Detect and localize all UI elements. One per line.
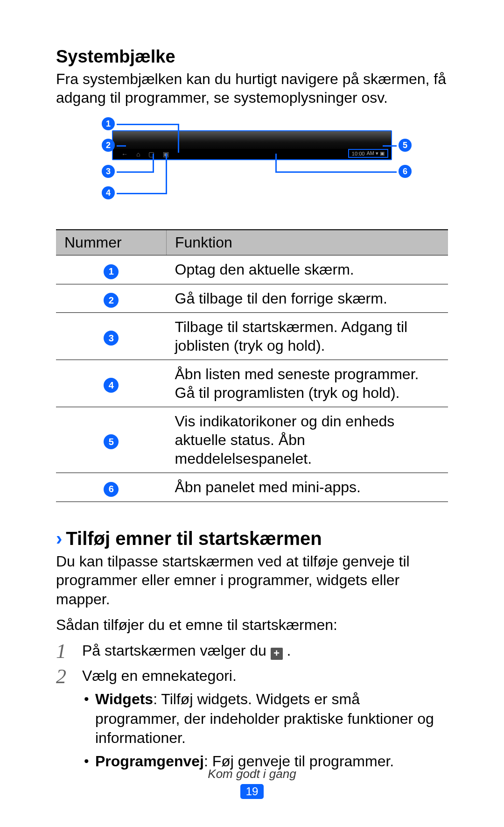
callout-4: 4	[102, 186, 115, 199]
step1-text-post: .	[287, 642, 291, 659]
table-row: 6 Åbn panelet med mini-apps.	[56, 473, 448, 502]
plus-icon: +	[271, 648, 283, 660]
table-header-row: Nummer Funktion	[56, 230, 448, 255]
page-number-badge: 19	[240, 784, 264, 799]
row-num-badge: 4	[104, 378, 119, 393]
row-num-badge: 2	[104, 293, 119, 308]
col-number-header: Nummer	[56, 230, 167, 255]
callout-1: 1	[102, 117, 115, 130]
back-icon: ←	[121, 150, 128, 158]
function-table: Nummer Funktion 1 Optag den aktuelle skæ…	[56, 229, 448, 502]
systembar-diagram: ← ⌂ ▢ ▣ 10:00 AM ▾ ▣ 1 2 3 4 5 6	[84, 117, 420, 215]
step2-bullets: Widgets: Tilføj widgets. Widgets er små …	[82, 690, 448, 771]
steps-list: 1 På startskærmen vælger du + . 2 Vælg e…	[56, 641, 448, 775]
subsection-heading-text: Tilføj emner til startskærmen	[66, 528, 322, 549]
step1-text-pre: På startskærmen vælger du	[82, 642, 271, 659]
step-1: 1 På startskærmen vælger du + .	[56, 641, 448, 662]
subsection-heading: › Tilføj emner til startskærmen	[56, 528, 448, 549]
table-row: 1 Optag den aktuelle skærm.	[56, 255, 448, 284]
systembar-strip: ← ⌂ ▢ ▣ 10:00 AM ▾ ▣	[113, 149, 391, 159]
section-intro: Fra systembjælken kan du hurtigt naviger…	[56, 70, 448, 107]
row-desc: Vis indikatorikoner og din enheds aktuel…	[167, 407, 448, 473]
step-number: 2	[56, 666, 82, 687]
row-num-badge: 5	[104, 434, 119, 449]
row-desc: Tilbage til startskærmen. Adgang til job…	[167, 313, 448, 360]
bullet-widgets-label: Widgets	[95, 691, 153, 707]
home-icon: ⌂	[136, 150, 140, 158]
table-row: 2 Gå tilbage til den forrige skærm.	[56, 284, 448, 313]
chapter-title: Kom godt i gang	[0, 767, 504, 781]
chevron-icon: ›	[56, 529, 62, 548]
table-row: 4 Åbn listen med seneste programmer. Gå …	[56, 360, 448, 407]
callout-2: 2	[102, 139, 115, 152]
row-num-badge: 6	[104, 482, 119, 497]
row-desc: Gå tilbage til den forrige skærm.	[167, 284, 448, 313]
subsection-p2: Sådan tilføjer du et emne til startskærm…	[56, 615, 448, 635]
subsection: › Tilføj emner til startskærmen Du kan t…	[56, 528, 448, 775]
clock-time: 10:00	[352, 151, 365, 156]
bullet-widgets: Widgets: Tilføj widgets. Widgets er små …	[82, 690, 448, 748]
callout-3: 3	[102, 165, 115, 178]
clock-indicator: 10:00 AM ▾ ▣	[348, 149, 388, 158]
callout-5: 5	[399, 139, 412, 152]
row-desc: Åbn panelet med mini-apps.	[167, 473, 448, 502]
clock-extra: AM ▾ ▣	[366, 150, 385, 156]
row-desc: Optag den aktuelle skærm.	[167, 255, 448, 284]
col-function-header: Funktion	[167, 230, 448, 255]
table-row: 3 Tilbage til startskærmen. Adgang til j…	[56, 313, 448, 360]
manual-page: Systembjælke Fra systembjælken kan du hu…	[0, 0, 504, 827]
step2-text: Vælg en emnekategori.	[82, 667, 237, 684]
subsection-p1: Du kan tilpasse startskærmen ved at tilf…	[56, 552, 448, 609]
section-title: Systembjælke	[56, 47, 448, 67]
table-row: 5 Vis indikatorikoner og din enheds aktu…	[56, 407, 448, 473]
step-number: 1	[56, 641, 82, 662]
systembar-area: ← ⌂ ▢ ▣ 10:00 AM ▾ ▣	[112, 130, 392, 160]
callout-6: 6	[399, 165, 412, 178]
row-num-badge: 3	[104, 331, 119, 346]
row-desc: Åbn listen med seneste programmer. Gå ti…	[167, 360, 448, 407]
row-num-badge: 1	[104, 264, 119, 279]
page-footer: Kom godt i gang 19	[0, 767, 504, 799]
step-2: 2 Vælg en emnekategori. Widgets: Tilføj …	[56, 666, 448, 775]
